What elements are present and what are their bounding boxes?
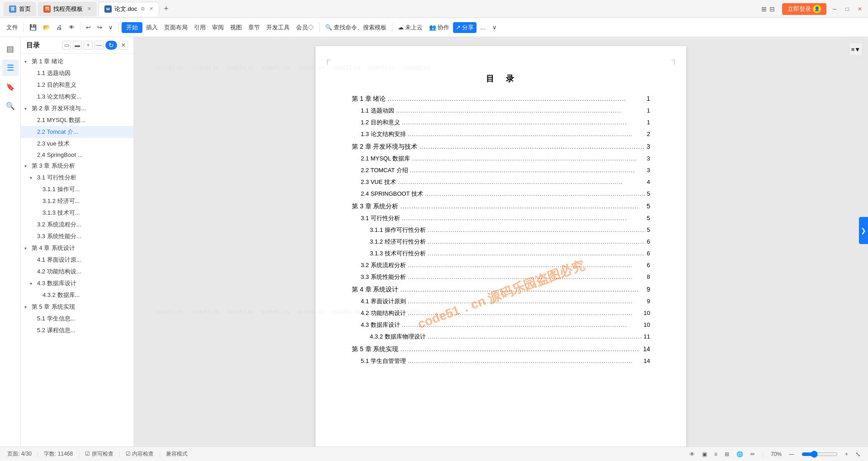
toc-close[interactable]: ✕ xyxy=(119,41,128,50)
redo-button[interactable]: ↪ xyxy=(94,23,105,32)
view-web-icon[interactable]: 🌐 xyxy=(736,451,743,457)
toc-item[interactable]: 4.2 功能结构设... xyxy=(21,266,133,278)
new-tab-button[interactable]: + xyxy=(161,4,172,14)
toc-controls: ▭ ▬ + — ↻ ✕ xyxy=(62,41,128,50)
toc-collapse-all[interactable]: ▭ xyxy=(62,41,71,50)
view-edit-icon[interactable]: ✏ xyxy=(750,451,755,457)
toc-entry-page: 3 xyxy=(646,143,650,150)
toc-item[interactable]: 4.1 界面设计原... xyxy=(21,254,133,266)
collab-button[interactable]: 👥 协作 xyxy=(426,22,452,33)
devtools-tab[interactable]: 开发工具 xyxy=(264,22,292,33)
filter-icon[interactable]: ≡▼ xyxy=(849,42,863,56)
side-icon-search[interactable]: 🔍 xyxy=(2,98,19,114)
layout-tab[interactable]: 页面布局 xyxy=(161,22,190,33)
layout-tab-label: 页面布局 xyxy=(164,24,188,32)
toc-item[interactable]: ▾ 3.1 可行性分析 xyxy=(21,172,133,183)
toc-entry-label: 3.3 系统性能分析 xyxy=(361,273,406,281)
member-tab[interactable]: 会员◇ xyxy=(293,22,316,33)
toc-item[interactable]: 3.3 系统性能分... xyxy=(21,230,133,242)
view-tab[interactable]: 视图 xyxy=(227,22,245,33)
toc-item[interactable]: 1.3 论文结构安... xyxy=(21,91,133,103)
preview-button[interactable]: 👁 xyxy=(66,23,77,32)
tab-home[interactable]: 首 首页 xyxy=(4,2,36,16)
view-grid-icon[interactable]: ⊞ xyxy=(725,451,729,457)
expand-button[interactable]: ∨ xyxy=(490,23,500,32)
view-eye-icon[interactable]: 👁 xyxy=(689,451,695,457)
print-button[interactable]: 🖨 xyxy=(54,23,65,32)
window-grid-toggle[interactable]: ⊟ xyxy=(769,5,775,13)
chapter-tab[interactable]: 章节 xyxy=(245,22,263,33)
toc-item[interactable]: 3.1.1 操作可... xyxy=(21,183,133,195)
toc-item[interactable]: 3.2 系统流程分... xyxy=(21,219,133,230)
chapter-tab-label: 章节 xyxy=(248,24,260,32)
toc-item[interactable]: ▾ 第 1 章 绪论 xyxy=(21,56,133,67)
side-icon-pages[interactable]: ▤ xyxy=(2,41,19,57)
login-button[interactable]: 立即登录 👤 xyxy=(782,3,826,15)
maximize-button[interactable]: □ xyxy=(843,5,852,14)
toc-item[interactable]: ▾ 4.3 数据库设计 xyxy=(21,278,133,289)
toc-item[interactable]: ▾ 第 4 章 系统设计 xyxy=(21,242,133,254)
toc-expand[interactable]: + xyxy=(84,41,93,50)
zoom-slider[interactable] xyxy=(802,451,838,458)
search-cmd-button[interactable]: 🔍 查找命令、搜索模板 xyxy=(322,22,389,33)
toc-item[interactable]: ▾ 第 3 章 系统分析 xyxy=(21,160,133,172)
toc-item[interactable]: ▾ 第 5 章 系统实现 xyxy=(21,301,133,313)
side-icon-bookmark[interactable]: 🔖 xyxy=(2,79,19,95)
format-button[interactable]: ∨ xyxy=(106,23,116,32)
toc-item[interactable]: 2.1 MYSQL 数据... xyxy=(21,114,133,126)
toc-item-label: 第 3 章 系统分析 xyxy=(32,162,130,170)
save-button[interactable]: 💾 xyxy=(27,23,39,32)
tab-template[interactable]: 找 找程亮模板 ✕ xyxy=(38,2,97,16)
toc-entry-dots: ........................................… xyxy=(408,262,645,268)
toc-entry-dots: ........................................… xyxy=(400,286,645,293)
tab-doc-restore[interactable]: ⧉ xyxy=(141,6,145,12)
content-check[interactable]: ☑ 内容检查 xyxy=(126,450,154,458)
status-right: 👁 ▣ ≡ ⊞ 🌐 ✏ | 70% — + ⤡ xyxy=(689,451,861,458)
toc-item[interactable]: 3.1.2 经济可... xyxy=(21,195,133,207)
toc-item-active[interactable]: 2.2 Tomcat 介... xyxy=(21,126,133,138)
toc-item[interactable]: 2.3 vue 技术 xyxy=(21,138,133,150)
toc-entry-label: 4.1 界面设计原则 xyxy=(361,297,406,306)
toc-entry-dots: ........................................… xyxy=(428,333,642,340)
tab-template-close[interactable]: ✕ xyxy=(87,6,91,12)
tab-doc[interactable]: W 论文.doc ⧉ ✕ xyxy=(99,2,159,16)
fullscreen-button[interactable]: ⤡ xyxy=(855,451,861,458)
insert-tab[interactable]: 插入 xyxy=(143,22,160,33)
view-outline-icon[interactable]: ≡ xyxy=(714,451,717,457)
undo-button[interactable]: ↩ xyxy=(83,23,94,32)
toc-collapse[interactable]: ▬ xyxy=(73,41,82,50)
toc-item[interactable]: 5.2 课程信息... xyxy=(21,325,133,336)
right-float-button[interactable]: ❯ xyxy=(859,217,868,244)
toc-settings[interactable]: — xyxy=(94,41,104,50)
reference-tab[interactable]: 引用 xyxy=(191,22,208,33)
cloud-button[interactable]: ☁ 未上云 xyxy=(395,22,425,33)
tab-doc-close[interactable]: ✕ xyxy=(149,6,153,12)
start-tab[interactable]: 开始 xyxy=(122,22,142,33)
toc-item[interactable]: ▾ 第 2 章 开发环境与... xyxy=(21,103,133,114)
toc-item[interactable]: 1.2 目的和意义 xyxy=(21,79,133,91)
window-layout-toggle[interactable]: ⊞ xyxy=(761,5,767,13)
review-tab[interactable]: 审阅 xyxy=(209,22,226,33)
close-button[interactable]: ✕ xyxy=(855,5,864,14)
document-area[interactable]: code51.cn code51.cn code51.cn code51.cn … xyxy=(134,37,868,461)
toc-item[interactable]: 4.3.2 数据库... xyxy=(21,289,133,301)
toc-item-label: 5.1 学生信息... xyxy=(37,315,130,323)
toc-item-label: 第 1 章 绪论 xyxy=(32,57,130,66)
open-button[interactable]: 📂 xyxy=(40,23,53,32)
more-button[interactable]: … xyxy=(477,23,489,32)
minimize-button[interactable]: ─ xyxy=(830,5,839,14)
toc-item[interactable]: 3.1.3 技术可... xyxy=(21,207,133,219)
toc-doc-entry: 3.3 系统性能分析..............................… xyxy=(352,273,650,281)
share-button[interactable]: ↗ 分享 xyxy=(453,22,476,33)
file-menu[interactable]: 文件 xyxy=(4,22,21,33)
side-icon-toc[interactable]: ☰ xyxy=(2,60,19,76)
toc-item[interactable]: 5.1 学生信息... xyxy=(21,313,133,325)
toc-entry-dots: ........................................… xyxy=(396,107,645,114)
toc-item[interactable]: 1.1 选题动因 xyxy=(21,67,133,79)
view-doc-icon[interactable]: ▣ xyxy=(702,451,707,457)
spell-check[interactable]: ☑ 拼写检查 xyxy=(85,450,113,458)
toc-item[interactable]: 2.4 SpringBoot ... xyxy=(21,150,133,160)
start-tab-label: 开始 xyxy=(126,24,138,32)
file-menu-label: 文件 xyxy=(6,24,18,32)
toc-refresh-button[interactable]: ↻ xyxy=(105,41,117,50)
